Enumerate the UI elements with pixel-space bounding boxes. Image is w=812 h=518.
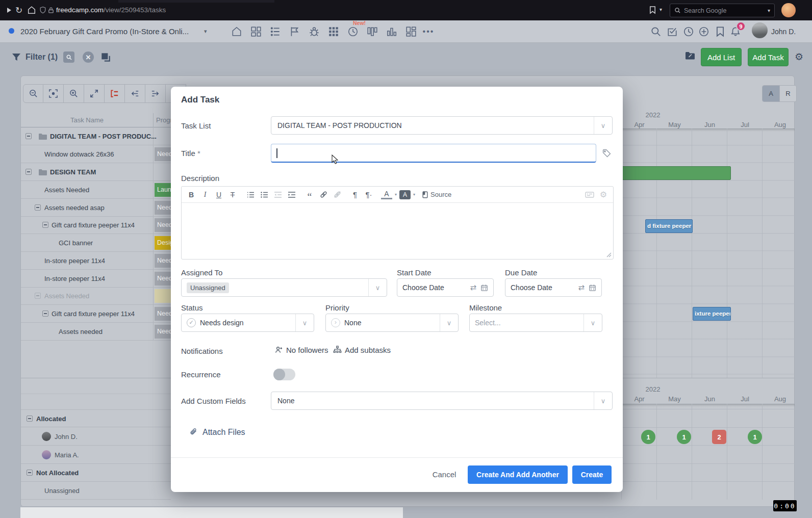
- search-engine-caret-icon[interactable]: ▾: [768, 8, 770, 13]
- task-name[interactable]: Window dotwack 26x36: [44, 150, 114, 158]
- header-add-icon[interactable]: [697, 24, 711, 39]
- collapse-icon[interactable]: [26, 169, 32, 175]
- custom-fields-select[interactable]: None ∨: [271, 392, 613, 410]
- increase-indent-icon[interactable]: [286, 189, 297, 200]
- blockquote-icon[interactable]: “: [304, 189, 315, 200]
- chevron-down-icon[interactable]: ∨: [440, 314, 458, 331]
- chevron-down-icon[interactable]: ∨: [594, 392, 612, 409]
- create-button[interactable]: Create: [572, 465, 612, 484]
- task-name[interactable]: Assets Needed: [44, 186, 89, 194]
- task-row[interactable]: Assets needed asap Needs: [21, 199, 171, 217]
- text-color-caret-icon[interactable]: ▾: [395, 192, 397, 197]
- collapse-icon[interactable]: [35, 293, 41, 299]
- calendar-icon[interactable]: [480, 284, 488, 292]
- header-search-icon[interactable]: [649, 24, 663, 39]
- bg-color-caret-icon[interactable]: ▾: [413, 192, 415, 197]
- header-clock-icon[interactable]: [681, 24, 696, 39]
- col-divider[interactable]: [153, 113, 154, 127]
- resource-name[interactable]: Not Allocated: [36, 469, 79, 477]
- task-name[interactable]: Gift card fixture peeper 11x4: [52, 310, 135, 318]
- expand-icon[interactable]: [84, 84, 105, 103]
- resource-name[interactable]: Maria A.: [55, 451, 79, 459]
- paragraph-ltr-icon[interactable]: ¶: [349, 189, 361, 200]
- underline-icon[interactable]: U: [213, 189, 224, 200]
- allocation-count[interactable]: 1: [748, 430, 762, 444]
- task-row-folder[interactable]: DESIGN TEAM: [21, 163, 171, 181]
- resource-row[interactable]: John D.: [21, 428, 171, 446]
- task-name[interactable]: Assets needed: [59, 328, 103, 335]
- bookmark-caret-icon[interactable]: ▾: [659, 7, 662, 12]
- chevron-down-icon[interactable]: ∨: [295, 314, 314, 331]
- decrease-indent-icon[interactable]: [272, 189, 284, 200]
- paragraph-rtl-icon[interactable]: ¶·: [363, 189, 374, 200]
- home-icon[interactable]: [27, 6, 36, 15]
- link-icon[interactable]: [318, 189, 329, 200]
- collapse-icon[interactable]: [27, 470, 33, 476]
- nav-issues-icon[interactable]: [307, 24, 321, 39]
- task-row[interactable]: In-store peeper 11x4 Needs: [21, 270, 171, 288]
- task-name[interactable]: DESIGN TEAM: [50, 168, 96, 176]
- task-row[interactable]: GCI banner Desig: [21, 234, 171, 252]
- scrollbar-track[interactable]: [20, 507, 403, 518]
- shift-dates-icon[interactable]: ⇄: [578, 283, 585, 292]
- manage-lists-icon[interactable]: [684, 50, 696, 61]
- header-todos-icon[interactable]: [665, 24, 679, 39]
- chevron-down-icon[interactable]: ∨: [594, 117, 612, 134]
- col-progress[interactable]: Progress: [156, 116, 171, 124]
- source-button[interactable]: Source: [422, 189, 451, 200]
- nav-time-icon[interactable]: [346, 24, 360, 39]
- task-row[interactable]: Gift card fixture peeper 11x4 Needs: [21, 216, 171, 234]
- zoom-fit-icon[interactable]: [43, 84, 64, 103]
- task-row[interactable]: Gift card fixture peeper 11x4 Needs: [21, 305, 171, 323]
- nav-tasks-icon[interactable]: [268, 24, 283, 39]
- templates-icon[interactable]: [584, 189, 595, 200]
- reload-icon[interactable]: ↻: [15, 5, 22, 16]
- resize-handle-icon[interactable]: [606, 252, 612, 257]
- strikethrough-icon[interactable]: T: [227, 189, 238, 200]
- gantt-task-bar[interactable]: ixture peeper: [693, 307, 731, 321]
- project-caret-icon[interactable]: ▾: [204, 28, 207, 35]
- project-title[interactable]: 2020 February Gift Card Promo (In-Store …: [20, 20, 200, 43]
- description-editor[interactable]: B I U T “ ¶ ¶· A▾ A▾ Source ⚙: [181, 186, 614, 260]
- zoom-out-icon[interactable]: [23, 84, 43, 103]
- filter-funnel-icon[interactable]: [11, 52, 21, 62]
- task-name[interactable]: Assets Needed: [44, 292, 89, 300]
- numbered-list-icon[interactable]: [245, 189, 256, 200]
- task-row-ghost[interactable]: Assets Needed: [21, 287, 171, 305]
- unlink-icon[interactable]: [332, 189, 343, 200]
- forward-icon[interactable]: [5, 6, 13, 14]
- user-avatar[interactable]: [752, 22, 768, 38]
- bold-icon[interactable]: B: [186, 189, 197, 200]
- due-date-field[interactable]: Choose Date ⇄: [505, 278, 602, 297]
- resource-name[interactable]: John D.: [55, 433, 78, 441]
- resource-row-allocated[interactable]: Allocated: [21, 409, 171, 427]
- url-bar[interactable]: freedcamp.com/view/2509453/tasks: [56, 0, 166, 20]
- user-name[interactable]: John D.: [771, 20, 796, 43]
- calendar-icon[interactable]: [589, 284, 596, 292]
- tag-icon[interactable]: [602, 149, 611, 158]
- bookmark-icon[interactable]: [649, 6, 656, 14]
- add-list-button[interactable]: Add List: [701, 48, 742, 66]
- task-name[interactable]: In-store peeper 11x4: [44, 257, 105, 265]
- add-subtasks-button[interactable]: Add subtasks: [333, 346, 391, 354]
- task-name[interactable]: Gift card fixture peeper 11x4: [52, 221, 135, 229]
- followers-button[interactable]: No followers: [274, 346, 328, 354]
- nav-chart-icon[interactable]: [385, 24, 399, 39]
- nav-apps-icon[interactable]: [326, 24, 341, 39]
- resource-row[interactable]: Unassigned: [21, 482, 171, 500]
- title-input[interactable]: [271, 144, 596, 163]
- settings-gear-icon[interactable]: ⚙: [795, 51, 803, 63]
- collapse-icon[interactable]: [26, 133, 32, 139]
- cancel-button[interactable]: Cancel: [428, 470, 460, 479]
- toggle-r-button[interactable]: R: [779, 86, 796, 101]
- allocation-count[interactable]: 1: [641, 430, 655, 444]
- browser-search[interactable]: Search Google ▾: [670, 4, 775, 17]
- copy-view-icon[interactable]: [100, 51, 111, 63]
- collapse-icon[interactable]: [35, 204, 41, 211]
- attach-files-button[interactable]: Attach Files: [189, 427, 245, 437]
- browser-profile-avatar[interactable]: [781, 3, 796, 17]
- nav-more-dots-icon[interactable]: •••: [421, 24, 436, 39]
- resource-row[interactable]: Maria A.: [21, 446, 171, 464]
- nav-dashboard-icon[interactable]: [249, 24, 263, 39]
- collapse-icon[interactable]: [27, 416, 33, 422]
